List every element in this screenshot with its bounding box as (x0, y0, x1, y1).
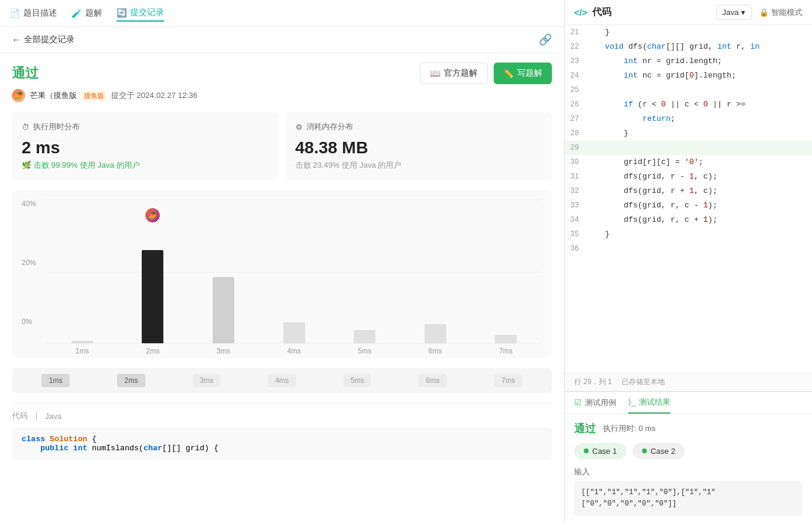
editor-lines: 21 } 22 void dfs(char[][] grid, int r, i… (565, 25, 812, 314)
bar-7ms-rect (495, 335, 517, 343)
editor-line-28: 28 } (565, 126, 812, 141)
x-label-3ms: 3ms (193, 347, 254, 355)
editor-line-26: 26 if (r < 0 || c < 0 || r >= (565, 97, 812, 112)
smart-mode-label: 智能模式 (771, 7, 802, 18)
bar-6ms-rect (425, 324, 446, 343)
scroll-7ms[interactable]: 7ms (494, 374, 523, 387)
time-beat-label: 击败 99.99% 使用 Java 的用户 (34, 161, 140, 170)
book-icon: 📖 (430, 69, 440, 78)
input-label: 输入 (574, 466, 802, 477)
scroll-4ms[interactable]: 4ms (268, 374, 296, 387)
editor-line-32: 32 dfs(grid, r + 1, c); (565, 184, 812, 198)
user-name: 芒果（摸鱼版 (30, 90, 77, 101)
terminal-icon: ⟩_ (628, 397, 635, 406)
language-selector[interactable]: Java ▾ (716, 5, 752, 20)
breadcrumb-separator: ｜ (32, 411, 40, 421)
nav-solution[interactable]: 🧪 题解 (71, 5, 102, 21)
nav-description-label: 题目描述 (23, 8, 57, 19)
memory-beat: 击败 23.49% 使用 Java 的用户 (295, 160, 543, 171)
checkbox-icon: ☑ (574, 398, 581, 407)
lock-icon: 🔒 (759, 8, 769, 17)
scroll-6ms[interactable]: 6ms (419, 374, 447, 387)
editor-line-36: 36 (565, 242, 812, 256)
scroll-5ms[interactable]: 5ms (344, 374, 372, 387)
time-stat-card: ⏱ 执行用时分布 2 ms 🌿 击败 99.99% 使用 Java 的用户 (12, 112, 279, 180)
bar-1ms-rect (71, 341, 93, 343)
submit-time: 提交于 2024.02.27 12:36 (111, 90, 198, 101)
bar-3ms-rect (213, 277, 234, 343)
bar-2ms-rect (142, 250, 163, 343)
nav-submissions[interactable]: 🔄 提交记录 (117, 5, 164, 22)
code-line-2: public int numIslands(char[][] grid) { (22, 444, 542, 453)
editor-line-30: 30 grid[r][c] = '0'; (565, 155, 812, 170)
test-result-label: 测试结果 (639, 397, 670, 408)
right-panel: </> 代码 Java ▾ 🔒 智能模式 21 } 22 void dfs(ch… (565, 0, 812, 523)
x-label-4ms: 4ms (264, 347, 325, 355)
grid-line-top (46, 200, 542, 200)
avatar: 🥭 (12, 89, 25, 102)
case2-tab[interactable]: Case 2 (632, 443, 685, 459)
bar-4ms-rect (283, 322, 305, 343)
main-content: 通过 📖 官方题解 ✏️ 写题解 🥭 芒果（摸鱼版 摸鱼版 提交于 2024.0… (0, 53, 564, 523)
editor-line-27: 27 return; (565, 112, 812, 126)
code-editor[interactable]: 21 } 22 void dfs(char[][] grid, int r, i… (565, 25, 812, 373)
left-panel: 📄 题目描述 🧪 题解 🔄 提交记录 ← 全部提交记录 🔗 通过 📖 官方题解 (0, 0, 565, 523)
editor-line-35: 35 } (565, 227, 812, 242)
submissions-icon: 🔄 (117, 8, 127, 17)
write-btn-label: 写题解 (517, 68, 542, 79)
case1-label: Case 1 (592, 447, 617, 456)
case-tabs: Case 1 Case 2 (574, 443, 802, 459)
official-btn-label: 官方题解 (444, 68, 477, 79)
y-label-0: 0% (22, 317, 46, 326)
code-line-1: class Solution { (22, 435, 542, 444)
x-labels: 1ms 2ms 3ms 4ms 5ms 6ms 7ms (46, 343, 542, 355)
editor-line-21: 21 } (565, 25, 812, 40)
bar-2ms: 🥭 (123, 200, 184, 343)
input-value-line2: ["0","0","0","0","0"]] (581, 500, 676, 508)
editor-line-29: 29 (565, 141, 812, 155)
editor-line-33: 33 dfs(grid, r, c - 1); (565, 198, 812, 213)
test-case-tab[interactable]: ☑ 测试用例 (574, 397, 616, 414)
x-label-6ms: 6ms (405, 347, 466, 355)
memory-title-label: 消耗内存分布 (306, 121, 353, 132)
lang-label: Java (723, 8, 739, 17)
description-icon: 📄 (10, 8, 20, 18)
back-arrow-icon: ← (12, 35, 20, 44)
test-result-tab[interactable]: ⟩_ 测试结果 (628, 397, 670, 414)
bottom-tabs: ☑ 测试用例 ⟩_ 测试结果 (565, 392, 812, 414)
write-solution-button[interactable]: ✏️ 写题解 (494, 63, 552, 84)
memory-stat-card: ⚙ 消耗内存分布 48.38 MB 击败 23.49% 使用 Java 的用户 (286, 112, 553, 180)
back-button[interactable]: ← 全部提交记录 (12, 34, 74, 45)
grid-line-mid (46, 272, 542, 272)
scroll-1ms[interactable]: 1ms (41, 374, 70, 387)
bar-5ms-rect (354, 330, 375, 343)
time-beat: 🌿 击败 99.99% 使用 Java 的用户 (22, 160, 269, 171)
cursor-position: 行 29，列 1 (574, 377, 612, 387)
exec-time-label: 执行用时: 0 ms (603, 423, 655, 434)
stats-grid: ⏱ 执行用时分布 2 ms 🌿 击败 99.99% 使用 Java 的用户 ⚙ … (12, 112, 552, 180)
editor-status-bar: 行 29，列 1 已存储至本地 (565, 373, 812, 391)
chart-container: 40% 20% 0% (12, 190, 552, 358)
memory-card-title: ⚙ 消耗内存分布 (295, 121, 543, 132)
scroll-2ms[interactable]: 2ms (117, 374, 145, 387)
code-lang: Java (45, 412, 61, 421)
solution-icon: 🧪 (71, 8, 82, 18)
scroll-nav[interactable]: 1ms 2ms 3ms 4ms 5ms 6ms 7ms (12, 368, 552, 393)
memory-icon: ⚙ (295, 123, 303, 132)
smart-mode-toggle[interactable]: 🔒 智能模式 (759, 7, 802, 18)
x-label-1ms: 1ms (52, 347, 113, 355)
result-pass-text: 通过 (574, 421, 596, 436)
edit-icon: ✏️ (503, 69, 514, 78)
case1-tab[interactable]: Case 1 (574, 443, 626, 459)
y-label-20: 20% (22, 258, 46, 267)
case2-dot (642, 448, 647, 453)
nav-description[interactable]: 📄 题目描述 (10, 5, 57, 21)
scroll-3ms[interactable]: 3ms (193, 374, 221, 387)
save-status: 已存储至本地 (622, 377, 665, 387)
right-panel-title: </> 代码 (574, 6, 611, 19)
link-icon[interactable]: 🔗 (539, 33, 552, 46)
chevron-down-icon: ▾ (741, 8, 745, 17)
user-badge: 摸鱼版 (82, 91, 106, 101)
case2-label: Case 2 (650, 447, 675, 456)
official-solution-button[interactable]: 📖 官方题解 (420, 63, 488, 84)
